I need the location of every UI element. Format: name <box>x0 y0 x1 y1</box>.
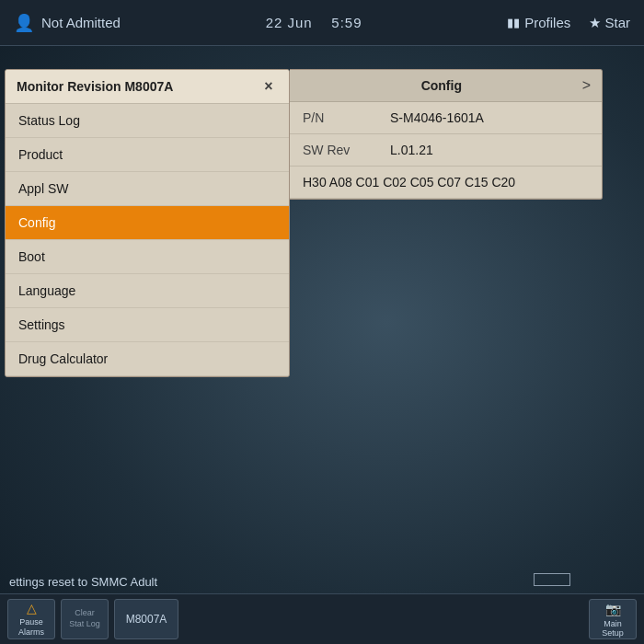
menu-item-drug-calculator[interactable]: Drug Calculator <box>6 342 289 376</box>
menu-item-settings[interactable]: Settings <box>6 308 289 342</box>
menu-item-language[interactable]: Language <box>6 274 289 308</box>
model-label: M8007A <box>114 599 178 639</box>
clear-stat-label: ClearStat Log <box>69 608 100 629</box>
pause-alarms-button[interactable]: △ PauseAlarms <box>7 599 55 639</box>
dialog-overlay: Monitor Revision M8007A × Status Log Pro… <box>0 51 644 593</box>
main-setup-button[interactable]: 📷 MainSetup <box>589 599 637 639</box>
close-button[interactable]: × <box>259 77 278 96</box>
detail-row-pn: P/N S-M4046-1601A <box>290 102 602 134</box>
dialog-container: Monitor Revision M8007A × Status Log Pro… <box>5 69 603 377</box>
top-bar-right: ▮▮ Profiles ★ Star <box>507 15 630 31</box>
top-status-bar: 👤 Not Admitted 22 Jun 5:59 ▮▮ Profiles ★… <box>0 0 644 46</box>
patient-status: 👤 Not Admitted <box>14 13 121 33</box>
person-icon: 👤 <box>14 13 34 33</box>
pn-label: P/N <box>303 110 362 125</box>
menu-item-config[interactable]: Config <box>6 206 289 240</box>
detail-row-codes: H30 A08 C01 C02 C05 C07 C15 C20 <box>290 167 602 199</box>
config-codes-value: H30 A08 C01 C02 C05 C07 C15 C20 <box>303 175 515 190</box>
time-label: 5:59 <box>331 15 362 30</box>
dialog-title: Monitor Revision M8007A <box>17 79 173 94</box>
dialog-titlebar: Monitor Revision M8007A × <box>6 70 289 104</box>
sw-rev-label: SW Rev <box>303 143 362 157</box>
pn-value: S-M4046-1601A <box>390 110 484 125</box>
clear-stat-log-button[interactable]: ClearStat Log <box>61 599 109 639</box>
profiles-icon: ▮▮ <box>507 16 520 29</box>
profiles-label: Profiles <box>524 15 570 30</box>
menu-item-appl-sw[interactable]: Appl SW <box>6 172 289 206</box>
menu-item-product[interactable]: Product <box>6 138 289 172</box>
start-label: ★ Star <box>589 15 630 31</box>
bottom-bar: △ PauseAlarms ClearStat Log M8007A 📷 Mai… <box>0 593 644 644</box>
main-setup-label: MainSetup <box>602 619 624 638</box>
left-menu-panel: Monitor Revision M8007A × Status Log Pro… <box>5 69 290 377</box>
date-label: 22 Jun <box>266 15 313 30</box>
detail-row-sw-rev: SW Rev L.01.21 <box>290 134 602 167</box>
menu-item-status-log[interactable]: Status Log <box>6 104 289 138</box>
menu-item-boot[interactable]: Boot <box>6 240 289 274</box>
warning-triangle-icon: △ <box>27 601 37 615</box>
right-panel-title: Config <box>301 78 582 93</box>
right-panel-header: Config > <box>290 70 602 102</box>
monitor-icon: 📷 <box>605 602 621 616</box>
right-arrow-icon: > <box>582 77 591 94</box>
sw-rev-value: L.01.21 <box>390 143 433 157</box>
right-detail-panel: Config > P/N S-M4046-1601A SW Rev L.01.2… <box>290 69 603 200</box>
pause-alarms-label: PauseAlarms <box>18 617 44 638</box>
not-admitted-label: Not Admitted <box>41 15 121 30</box>
datetime-display: 22 Jun 5:59 <box>121 15 507 30</box>
profiles-button[interactable]: ▮▮ Profiles <box>507 15 570 30</box>
